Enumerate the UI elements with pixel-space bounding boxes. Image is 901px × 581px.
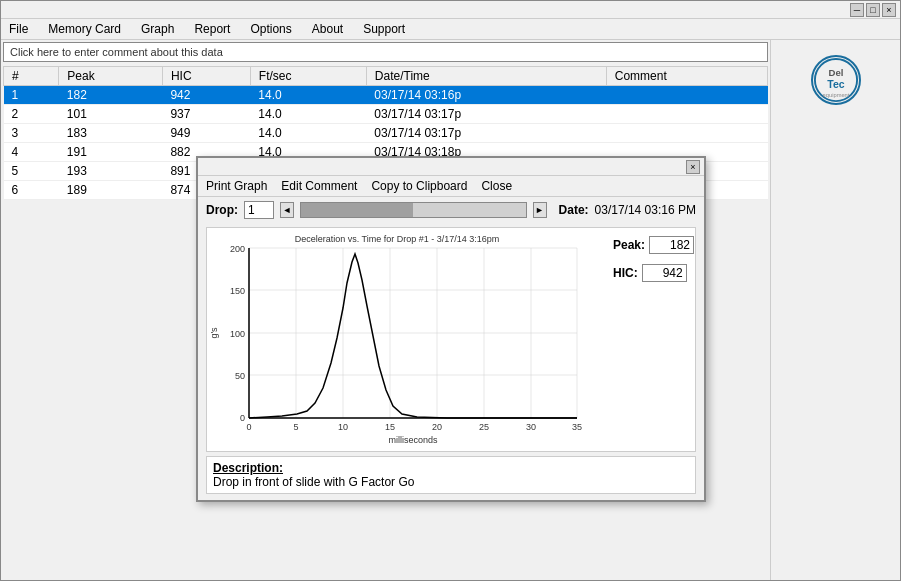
drop-input[interactable] — [244, 201, 274, 219]
dialog-close-button[interactable]: × — [686, 160, 700, 174]
col-header-num: # — [4, 67, 59, 86]
scrollbar-thumb — [301, 203, 413, 217]
svg-text:0: 0 — [240, 413, 245, 423]
menu-bar: File Memory Card Graph Report Options Ab… — [1, 19, 900, 40]
dialog-menu-close[interactable]: Close — [481, 179, 512, 193]
close-button[interactable]: × — [882, 3, 896, 17]
svg-text:20: 20 — [432, 422, 442, 432]
chart-area: Deceleration vs. Time for Drop #1 - 3/17… — [206, 227, 696, 452]
col-header-ftps: Ft/sec — [250, 67, 366, 86]
chart-svg-container: Deceleration vs. Time for Drop #1 - 3/17… — [207, 228, 605, 451]
chart-title: Deceleration vs. Time for Drop #1 - 3/17… — [295, 234, 500, 244]
svg-text:equipment: equipment — [822, 92, 849, 98]
svg-text:150: 150 — [230, 286, 245, 296]
dialog-menu-edit-comment[interactable]: Edit Comment — [281, 179, 357, 193]
drop-label: Drop: — [206, 203, 238, 217]
graph-dialog: × Print Graph Edit Comment Copy to Clipb… — [196, 156, 706, 502]
description-area: Description: Drop in front of slide with… — [206, 456, 696, 494]
dialog-menu-print[interactable]: Print Graph — [206, 179, 267, 193]
menu-memory-card[interactable]: Memory Card — [44, 21, 125, 37]
col-header-datetime: Date/Time — [366, 67, 606, 86]
svg-text:5: 5 — [293, 422, 298, 432]
chart-svg: Deceleration vs. Time for Drop #1 - 3/17… — [207, 228, 587, 448]
svg-text:10: 10 — [338, 422, 348, 432]
maximize-button[interactable]: □ — [866, 3, 880, 17]
dialog-menu-bar: Print Graph Edit Comment Copy to Clipboa… — [198, 176, 704, 197]
dialog-menu-copy[interactable]: Copy to Clipboard — [371, 179, 467, 193]
menu-options[interactable]: Options — [246, 21, 295, 37]
description-text: Drop in front of slide with G Factor Go — [213, 475, 414, 489]
col-header-comment: Comment — [606, 67, 767, 86]
title-bar: ─ □ × — [1, 1, 900, 19]
svg-text:Del: Del — [828, 67, 843, 78]
logo-circle: Del Tec equipment — [811, 55, 861, 105]
minimize-button[interactable]: ─ — [850, 3, 864, 17]
menu-report[interactable]: Report — [190, 21, 234, 37]
peak-label: Peak: — [613, 238, 645, 252]
svg-text:milliseconds: milliseconds — [388, 435, 438, 445]
hic-box: HIC: — [613, 264, 687, 282]
peak-value — [649, 236, 694, 254]
svg-text:35: 35 — [572, 422, 582, 432]
svg-text:100: 100 — [230, 329, 245, 339]
svg-text:Tec: Tec — [827, 78, 845, 90]
table-row[interactable]: 318394914.003/17/14 03:17p — [4, 124, 768, 143]
scrollbar-track[interactable] — [300, 202, 527, 218]
comment-bar[interactable]: Click here to enter comment about this d… — [3, 42, 768, 62]
svg-text:15: 15 — [385, 422, 395, 432]
peak-box: Peak: — [613, 236, 687, 254]
menu-about[interactable]: About — [308, 21, 347, 37]
hic-value — [642, 264, 687, 282]
table-row[interactable]: 210193714.003/17/14 03:17p — [4, 105, 768, 124]
menu-support[interactable]: Support — [359, 21, 409, 37]
scroll-right-button[interactable]: ► — [533, 202, 547, 218]
menu-graph[interactable]: Graph — [137, 21, 178, 37]
scroll-left-button[interactable]: ◄ — [280, 202, 294, 218]
col-header-peak: Peak — [59, 67, 163, 86]
svg-text:30: 30 — [526, 422, 536, 432]
svg-text:g's: g's — [209, 327, 219, 339]
date-value: 03/17/14 03:16 PM — [595, 203, 696, 217]
hic-label: HIC: — [613, 266, 638, 280]
chart-right-panel: Peak: HIC: — [605, 228, 695, 451]
logo-panel: Del Tec equipment — [770, 40, 900, 580]
chart-curve — [249, 254, 577, 418]
svg-text:200: 200 — [230, 244, 245, 254]
svg-text:50: 50 — [235, 371, 245, 381]
svg-text:25: 25 — [479, 422, 489, 432]
dialog-controls: Drop: ◄ ► Date: 03/17/14 03:16 PM — [198, 197, 704, 223]
menu-file[interactable]: File — [5, 21, 32, 37]
col-header-hic: HIC — [162, 67, 250, 86]
description-title: Description: — [213, 461, 283, 475]
svg-text:0: 0 — [246, 422, 251, 432]
dialog-title-bar: × — [198, 158, 704, 176]
date-label: Date: — [559, 203, 589, 217]
table-header: # Peak HIC Ft/sec Date/Time Comment — [4, 67, 768, 86]
table-row[interactable]: 118294214.003/17/14 03:16p — [4, 86, 768, 105]
